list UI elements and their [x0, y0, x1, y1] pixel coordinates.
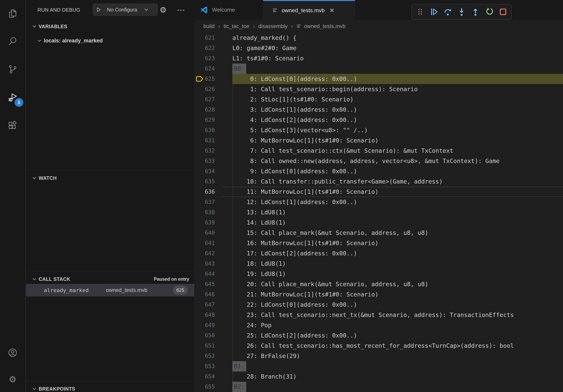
code-line-647[interactable]: 647 22: LdConst[0](address: 0x00..) [194, 300, 563, 310]
launch-configuration-button[interactable]: No Configura [93, 3, 158, 16]
line-number[interactable]: 639 [194, 218, 215, 228]
line-number[interactable]: 623 [194, 53, 215, 64]
line-number[interactable]: 628 [194, 105, 215, 115]
stop-button[interactable] [497, 5, 510, 18]
line-number[interactable]: 636 [194, 187, 215, 197]
code-line-630[interactable]: 630 5: LdConst[3](vector<u8>: "" /..) [194, 125, 563, 135]
source-control-icon[interactable] [0, 58, 25, 81]
step-out-button[interactable] [469, 5, 482, 18]
call-stack-frame[interactable]: already_marked owned_tests.mvb 625 [26, 284, 194, 297]
code-line-638[interactable]: 638 13: LdU8(1) [194, 207, 563, 218]
more-actions-icon[interactable]: ⋯ [174, 0, 187, 20]
line-number[interactable]: 647 [194, 300, 215, 310]
line-number[interactable]: 648 [194, 310, 215, 320]
start-debug-play-icon[interactable] [96, 7, 102, 13]
watch-section-header[interactable]: WATCH [26, 173, 194, 183]
line-number[interactable]: 640 [194, 228, 215, 238]
code-line-655[interactable]: 655B2: [194, 382, 563, 392]
code-line-650[interactable]: 650 25: LdConst[2](address: 0x00..) [194, 330, 563, 341]
account-icon[interactable] [0, 341, 25, 364]
line-number[interactable]: 646 [194, 289, 215, 300]
line-number[interactable]: 652 [194, 351, 215, 361]
line-number[interactable]: 626 [194, 84, 215, 94]
code-line-651[interactable]: 651 26: Call test_scenario::has_most_rec… [194, 341, 563, 351]
line-number[interactable]: 655 [194, 382, 215, 392]
code-line-652[interactable]: 652 27: BrFalse(29) [194, 351, 563, 361]
code-line-639[interactable]: 639 14: LdU8(1) [194, 218, 563, 228]
line-number[interactable]: 630 [194, 125, 215, 135]
code-line-649[interactable]: 649 24: Pop [194, 320, 563, 330]
code-editor[interactable]: 621already_marked() {622L0: game#2#0: Ga… [194, 33, 563, 392]
code-line-635[interactable]: 635 10: Call transfer::public_transfer<G… [194, 176, 563, 187]
search-icon[interactable] [0, 30, 25, 53]
line-number[interactable]: 649 [194, 320, 215, 330]
line-number[interactable]: 629 [194, 115, 215, 125]
code-line-645[interactable]: 645 20: Call place_mark(&mut Scenario, a… [194, 279, 563, 289]
line-number[interactable]: 632 [194, 146, 215, 156]
code-line-646[interactable]: 646 21: MutBorrowLoc[1](ts#1#0: Scenario… [194, 289, 563, 300]
restart-button[interactable] [483, 5, 496, 18]
line-number[interactable]: 644 [194, 269, 215, 279]
breadcrumb-item[interactable]: tic_tac_toe [223, 23, 249, 29]
code-line-653[interactable]: 653B1: [194, 361, 563, 371]
code-line-644[interactable]: 644 19: LdU8(1) [194, 269, 563, 279]
code-line-621[interactable]: 621already_marked() { [194, 33, 563, 43]
code-line-636[interactable]: 636 11: MutBorrowLoc[1](ts#1#0: Scenario… [194, 187, 563, 197]
line-number[interactable]: 627 [194, 94, 215, 105]
line-number[interactable]: 643 [194, 259, 215, 269]
code-line-654[interactable]: 654 28: Branch(31) [194, 371, 563, 382]
line-number[interactable]: 631 [194, 135, 215, 146]
tab-owned-tests[interactable]: owned_tests.mvb ✕ [263, 0, 355, 20]
code-line-625[interactable]: 625 0: LdConst[0](address: 0x00..) [194, 74, 563, 84]
line-number[interactable]: 634 [194, 166, 215, 176]
line-number[interactable]: 633 [194, 156, 215, 166]
drag-grip-icon[interactable] [414, 5, 427, 18]
code-line-637[interactable]: 637 12: LdConst[1](address: 0x00..) [194, 197, 563, 207]
line-number[interactable]: 635 [194, 176, 215, 187]
tab-welcome[interactable]: Welcome [194, 0, 263, 20]
code-line-628[interactable]: 628 3: LdConst[1](address: 0x00..) [194, 105, 563, 115]
settings-gear-icon[interactable]: ⚙ [0, 367, 25, 391]
code-line-640[interactable]: 640 15: Call place_mark(&mut Scenario, a… [194, 228, 563, 238]
breadcrumb-item[interactable]: build [203, 23, 215, 29]
code-line-643[interactable]: 643 18: LdU8(1) [194, 259, 563, 269]
extensions-icon[interactable] [0, 114, 25, 137]
line-number[interactable]: 650 [194, 330, 215, 341]
code-line-634[interactable]: 634 9: LdConst[0](address: 0x00..) [194, 166, 563, 176]
close-icon[interactable]: ✕ [329, 7, 334, 14]
code-line-626[interactable]: 626 1: Call test_scenario::begin(address… [194, 84, 563, 94]
line-number[interactable]: 624 [194, 64, 215, 74]
line-number[interactable]: 654 [194, 371, 215, 382]
code-line-623[interactable]: 623L1: ts#1#0: Scenario [194, 53, 563, 64]
breadcrumb-item-file[interactable]: owned_tests.mvb [296, 23, 345, 29]
line-number[interactable]: 621 [194, 33, 215, 43]
code-line-622[interactable]: 622L0: game#2#0: Game [194, 43, 563, 53]
code-line-648[interactable]: 648 23: Call test_scenario::next_tx(&mut… [194, 310, 563, 320]
breadcrumb-item[interactable]: disassembly [258, 23, 288, 29]
code-line-642[interactable]: 642 17: LdConst[2](address: 0x00..) [194, 248, 563, 259]
code-line-631[interactable]: 631 6: MutBorrowLoc[1](ts#1#0: Scenario) [194, 135, 563, 146]
line-number[interactable]: 622 [194, 43, 215, 53]
line-number[interactable]: 651 [194, 341, 215, 351]
step-into-button[interactable] [455, 5, 468, 18]
line-number[interactable]: 638 [194, 207, 215, 218]
step-over-button[interactable] [441, 5, 454, 18]
line-number[interactable]: 653 [194, 361, 215, 371]
call-stack-section-header[interactable]: CALL STACK Paused on entry [26, 274, 194, 284]
code-line-627[interactable]: 627 2: StLoc[1](ts#1#0: Scenario) [194, 94, 563, 105]
variables-section-header[interactable]: VARIABLES [26, 21, 194, 32]
debug-settings-gear-icon[interactable]: ⚙ [157, 0, 170, 20]
breakpoints-section-header[interactable]: BREAKPOINTS [26, 384, 194, 392]
line-number[interactable]: 642 [194, 248, 215, 259]
continue-button[interactable] [427, 5, 440, 18]
line-number[interactable]: 641 [194, 238, 215, 248]
code-line-641[interactable]: 641 16: MutBorrowLoc[1](ts#1#0: Scenario… [194, 238, 563, 248]
code-line-624[interactable]: 624B0: [194, 64, 563, 74]
explorer-icon[interactable] [0, 2, 25, 25]
configuration-select[interactable]: No Configura [107, 7, 144, 13]
line-number[interactable]: 637 [194, 197, 215, 207]
line-number[interactable]: 645 [194, 279, 215, 289]
run-and-debug-icon[interactable]: 1 [0, 86, 25, 109]
code-line-629[interactable]: 629 4: LdConst[2](address: 0x00..) [194, 115, 563, 125]
code-line-632[interactable]: 632 7: Call test_scenario::ctx(&mut Scen… [194, 146, 563, 156]
